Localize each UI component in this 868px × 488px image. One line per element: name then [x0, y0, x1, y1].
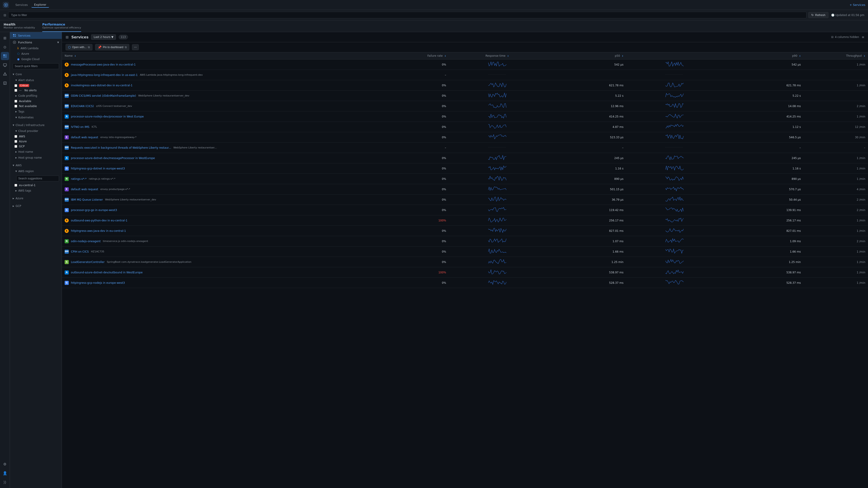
code-profiling-header[interactable]: ▶ Code profiling: [10, 93, 62, 99]
service-name[interactable]: EDUCHAN (CICS): [71, 104, 94, 107]
col-throughput[interactable]: Throughput ↕: [804, 53, 868, 59]
aws-checkbox[interactable]: [14, 135, 17, 138]
table-row[interactable]: λ messageProcessor-aws-java-dev in eu-ce…: [62, 59, 868, 70]
strip-home[interactable]: ⊞: [1, 34, 9, 42]
strip-services[interactable]: [1, 52, 9, 60]
service-name[interactable]: processor-azure-nodejs-dev/processor in …: [71, 115, 144, 118]
service-name[interactable]: ODIN CICS/IMS servlet (/OdinMainframeSam…: [71, 94, 136, 97]
table-row[interactable]: A processor-azure-dotnet-dev/messageProc…: [62, 153, 868, 163]
aws-checkbox-item[interactable]: AWS: [10, 134, 62, 139]
eu-central-1-checkbox[interactable]: [14, 184, 17, 187]
col-name[interactable]: Name ↕: [62, 53, 384, 59]
more-actions-button[interactable]: ⋯: [132, 44, 139, 50]
table-row[interactable]: IBM Requests executed in background thre…: [62, 142, 868, 153]
cloud-provider-header[interactable]: ▼ Cloud provider: [10, 128, 62, 134]
service-name[interactable]: processor-azure-dotnet-dev/messageProces…: [71, 156, 155, 160]
time-filter-dropdown[interactable]: Last 2 hours ▼: [91, 34, 116, 40]
eu-central-1-item[interactable]: eu-central-1: [10, 183, 62, 188]
service-name[interactable]: CPIH on CICS: [71, 250, 89, 253]
azure-checkbox-item[interactable]: Azure: [10, 139, 62, 144]
gcp-checkbox-item[interactable]: GCP: [10, 144, 62, 149]
tab-performance[interactable]: Performance Optimize operational efficie…: [42, 20, 81, 32]
aws-region-header[interactable]: ▼ AWS region: [10, 168, 62, 174]
strip-settings[interactable]: ⚙: [1, 460, 9, 468]
service-name[interactable]: default web request: [71, 135, 98, 139]
service-name[interactable]: httpIngress-gcp-nodejs in europe-west3: [71, 281, 125, 284]
strip-user[interactable]: 👤: [1, 469, 9, 477]
columns-hidden-button[interactable]: ⊟ 4 columns hidden: [831, 35, 859, 39]
tab-health[interactable]: Health Monitor service reliability: [4, 20, 35, 32]
table-row[interactable]: G httpIngress-gcp-dotnet in europe-west3…: [62, 163, 868, 174]
service-name[interactable]: outbound-azure-dotnet-dev/outbound in We…: [71, 271, 143, 274]
col-failure-rate[interactable]: Failure rate ↕: [384, 53, 449, 59]
tab-explorer[interactable]: Explorer: [31, 2, 49, 8]
no-alerts-checkbox[interactable]: [14, 89, 17, 92]
not-available-checkbox-item[interactable]: Not available: [10, 104, 62, 109]
service-name[interactable]: IBM MQ Queue Listener: [71, 198, 103, 201]
table-row[interactable]: E default web request envoy productpage-…: [62, 184, 868, 195]
service-name[interactable]: LoadGeneratorController: [71, 260, 105, 263]
gcp-section-header[interactable]: ▶ GCP: [10, 203, 62, 209]
critical-checkbox-item[interactable]: Critical: [10, 83, 62, 88]
table-row[interactable]: G httpIngress-gcp-nodejs in europe-west3…: [62, 278, 868, 288]
host-name-header[interactable]: ▶ Host name: [10, 149, 62, 155]
add-services-button[interactable]: + Services: [849, 3, 865, 6]
table-row[interactable]: λ invokeIngress-aws-dotnet-dev in eu-cen…: [62, 80, 868, 91]
tags-header[interactable]: ▶ Tags: [10, 109, 62, 115]
table-row[interactable]: IBM IVTNO on IMS ICTL 0% 4.87 ms 1.12 s …: [62, 122, 868, 132]
service-name[interactable]: odin-nodejs-oneagent: [71, 239, 101, 242]
grid-icon[interactable]: ⊞: [66, 35, 68, 39]
gcp-checkbox[interactable]: [14, 145, 17, 148]
core-section-header[interactable]: ▼ Core: [10, 71, 62, 77]
sidebar-item-aws-lambda[interactable]: λ AWS Lambda: [10, 46, 62, 51]
service-name[interactable]: default web request: [71, 188, 98, 191]
azure-section-header[interactable]: ▶ Azure: [10, 195, 62, 201]
strip-monitor[interactable]: [1, 61, 9, 69]
sidebar-item-services[interactable]: Services: [10, 32, 62, 39]
col-p50[interactable]: p50 ↕: [546, 53, 626, 59]
table-row[interactable]: IBM ODIN CICS/IMS servlet (/OdinMainfram…: [62, 91, 868, 101]
filter-icon-header[interactable]: ≡: [862, 35, 864, 39]
refresh-button[interactable]: ↻ Refresh: [808, 12, 829, 18]
strip-search[interactable]: ⊙: [1, 43, 9, 51]
sidebar-item-functions[interactable]: Functions ▼: [10, 39, 62, 46]
service-name[interactable]: processor-gcp-go in europe-west3: [71, 208, 117, 212]
critical-checkbox[interactable]: [14, 84, 17, 87]
table-row[interactable]: E default web request envoy istio-ingres…: [62, 132, 868, 142]
table-row[interactable]: N ratings-v*-* ratings.js ratings-v*-* 0…: [62, 174, 868, 184]
host-group-name-header[interactable]: ▶ Host group name: [10, 155, 62, 161]
table-row[interactable]: A outbound-azure-dotnet-dev/outbound in …: [62, 267, 868, 278]
service-name[interactable]: httpIngress-gcp-dotnet in europe-west3: [71, 167, 125, 170]
table-row[interactable]: IBM CPIH on CICS HZ1AC735 0% 1.66 ms 1.6…: [62, 247, 868, 257]
service-name[interactable]: messageProcessor-aws-java-dev in eu-cent…: [71, 63, 135, 66]
kubernetes-header[interactable]: ▼ Kubernetes: [10, 115, 62, 121]
table-row[interactable]: IBM EDUCHAN (CICS) z/OS Connect testserv…: [62, 101, 868, 111]
not-available-checkbox[interactable]: [14, 105, 17, 107]
aws-section-header[interactable]: ▼ AWS: [10, 162, 62, 168]
service-name[interactable]: httpIngress-aws-java-dev in eu-central-1: [71, 229, 126, 232]
quick-filter-search[interactable]: [13, 63, 59, 69]
cloud-infra-header[interactable]: ▼ Cloud / Infrastructure: [10, 122, 62, 128]
service-name[interactable]: invokeIngress-aws-dotnet-dev in eu-centr…: [71, 84, 132, 87]
open-with-button[interactable]: ⬡ Open with... ⧉: [66, 44, 92, 51]
service-name[interactable]: ratings-v*-*: [71, 177, 87, 180]
azure-filter-checkbox[interactable]: [14, 140, 17, 143]
col-p90[interactable]: p90 ↕: [723, 53, 804, 59]
sidebar-item-google-cloud[interactable]: ● Google Cloud: [10, 57, 62, 62]
table-row[interactable]: λ httpIngress-aws-java-dev in eu-central…: [62, 226, 868, 236]
no-alerts-checkbox-item[interactable]: — No alerts: [10, 88, 62, 93]
table-row[interactable]: IBM IBM MQ Queue Listener WebSphere Libe…: [62, 195, 868, 205]
table-row[interactable]: λ outbound-aws-python-dev in eu-central-…: [62, 215, 868, 226]
tab-services[interactable]: Services: [13, 2, 31, 7]
table-row[interactable]: A processor-azure-nodejs-dev/processor i…: [62, 111, 868, 122]
service-name[interactable]: Requests executed in background threads …: [71, 146, 171, 149]
col-response-time[interactable]: Response time ↕: [449, 53, 546, 59]
strip-alerts[interactable]: [1, 70, 9, 78]
table-row[interactable]: S LoadGeneratorController SpringBoot com…: [62, 257, 868, 267]
aws-tags-header[interactable]: ▶ AWS tags: [10, 188, 62, 194]
service-name[interactable]: java-httpIngress-long-infrequent-dev in …: [71, 73, 138, 76]
table-row[interactable]: G processor-gcp-go in europe-west3 0% 11…: [62, 205, 868, 215]
strip-expand[interactable]: ⟩⟩: [1, 478, 9, 486]
aws-region-search[interactable]: [16, 175, 59, 182]
search-input[interactable]: [8, 12, 807, 18]
